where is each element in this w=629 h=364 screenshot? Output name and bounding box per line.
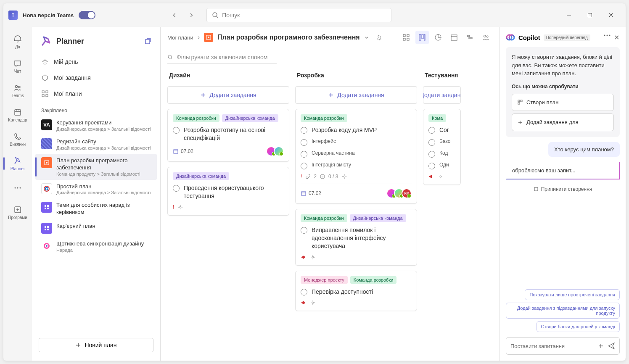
task-card[interactable]: Команда розробки Розробка коду для MVP І… <box>295 109 417 204</box>
view-chart-icon[interactable] <box>431 31 445 44</box>
search-input[interactable] <box>206 8 391 22</box>
svg-rect-24 <box>47 226 49 228</box>
rail-calls[interactable]: Виклики <box>6 128 29 150</box>
rail-chat[interactable]: Чат <box>6 55 29 77</box>
plan-icon <box>41 183 52 194</box>
chevron-down-icon[interactable] <box>364 35 369 40</box>
view-board-icon[interactable] <box>415 31 429 44</box>
plan-item[interactable]: Редизайн сайтуДизайнерська команда > Заг… <box>35 135 157 154</box>
nav-my-plans[interactable]: Мої плани <box>35 86 157 102</box>
column-header[interactable]: Розробка <box>295 69 417 81</box>
svg-rect-21 <box>45 208 46 209</box>
plan-item-active[interactable]: План розробки програмного забезпеченняКо… <box>35 154 157 180</box>
svg-rect-22 <box>47 208 49 209</box>
rail-planner[interactable]: Planner <box>6 152 29 175</box>
tag: Менеджер проєкту <box>301 276 348 284</box>
task-card[interactable]: Команда розробкиДизайнерська команда Вип… <box>295 209 417 266</box>
rail-teams[interactable]: Teams <box>6 79 29 102</box>
plan-item[interactable]: Простий планДизайнерська команда > Загал… <box>35 180 157 199</box>
popout-icon[interactable] <box>144 37 152 45</box>
megaphone-icon <box>301 254 307 260</box>
subtask-radio[interactable] <box>428 163 435 169</box>
task-radio[interactable] <box>301 289 307 295</box>
svg-point-31 <box>208 37 209 38</box>
stop-generation-button[interactable]: Припинити створення <box>506 185 620 194</box>
more-icon[interactable] <box>604 34 610 36</box>
titlebar: T Нова версія Teams <box>3 3 626 27</box>
copilot-panel: Copilot Попередній перегляд Я можу створ… <box>500 27 626 361</box>
window-minimize-button[interactable] <box>559 8 579 22</box>
copilot-action-create-plan[interactable]: Створи план <box>512 94 614 111</box>
copilot-suggestion[interactable]: Створи блоки для ролей у команді <box>536 321 620 332</box>
subtask-radio[interactable] <box>301 139 307 146</box>
svg-point-49 <box>344 176 345 177</box>
add-task-button[interactable]: Додати завдання <box>295 86 417 104</box>
plan-item[interactable]: VAКерування проектамиДизайнерська команд… <box>35 116 157 135</box>
column-header[interactable]: Тестування <box>423 69 461 81</box>
breadcrumb-root[interactable]: Мої плани <box>167 34 193 41</box>
new-plan-button[interactable]: Новий план <box>39 338 153 352</box>
nav-forward-button[interactable] <box>185 8 198 22</box>
tag: Дизайнерська команда <box>350 214 406 222</box>
view-grid-icon[interactable] <box>399 31 413 44</box>
subtask-radio[interactable] <box>428 151 435 158</box>
sidebar: Planner Мій день Мої завдання Мої плани … <box>32 27 161 361</box>
pin-icon[interactable] <box>376 34 383 41</box>
svg-point-53 <box>440 176 441 177</box>
search-icon <box>212 12 219 18</box>
rail-apps[interactable]: Програми <box>6 201 29 224</box>
new-teams-toggle[interactable] <box>79 11 95 19</box>
tag: Команда розробки <box>173 114 219 122</box>
subtask-radio[interactable] <box>301 163 307 169</box>
subtask-radio[interactable] <box>428 139 435 146</box>
task-radio[interactable] <box>173 127 180 134</box>
plan-item[interactable]: Теми для особистих нарад із керівником <box>35 198 157 219</box>
task-radio[interactable] <box>301 127 307 134</box>
svg-point-45 <box>168 55 172 58</box>
plan-item[interactable]: Кар'єрний план <box>35 219 157 237</box>
add-task-button[interactable]: Додати завдання <box>423 86 461 104</box>
plan-item[interactable]: Щотижнева синхронізація дизайнуНарада <box>35 237 157 256</box>
view-timeline-icon[interactable] <box>463 31 477 44</box>
svg-rect-1 <box>588 13 592 17</box>
copilot-action-add-task[interactable]: Додай завдання для <box>512 113 614 131</box>
send-icon[interactable] <box>608 342 615 350</box>
task-card[interactable]: Менеджер проєктуКоманда розробки Перевір… <box>295 271 417 311</box>
nav-my-tasks[interactable]: Мої завдання <box>35 70 157 86</box>
svg-point-17 <box>44 186 49 191</box>
svg-rect-46 <box>174 150 178 153</box>
task-card[interactable]: Кома Cor Базо Код Оди <box>423 109 461 185</box>
svg-point-47 <box>180 206 181 208</box>
copilot-suggestion[interactable]: Додай завдання з підзавданнями для запус… <box>506 303 620 319</box>
rail-calendar[interactable]: Календар <box>6 103 29 126</box>
svg-rect-4 <box>15 110 21 115</box>
rail-more[interactable] <box>6 177 29 199</box>
subtask-radio[interactable] <box>301 151 307 158</box>
close-icon[interactable] <box>614 34 620 40</box>
task-radio[interactable] <box>173 185 180 192</box>
checklist-icon <box>320 174 325 179</box>
task-radio[interactable] <box>301 227 307 234</box>
task-card[interactable]: Дизайнерська команда Проведення користув… <box>167 167 289 216</box>
priority-icon: ! <box>173 204 174 210</box>
task-card[interactable]: Команда розробкиДизайнерська команда Роз… <box>167 109 289 162</box>
nav-back-button[interactable] <box>168 8 181 22</box>
add-task-button[interactable]: Додати завдання <box>167 86 289 104</box>
people-icon[interactable] <box>479 31 493 44</box>
nav-my-day[interactable]: Мій день <box>35 54 157 70</box>
column-header[interactable]: Дизайн <box>167 69 289 81</box>
view-schedule-icon[interactable] <box>447 31 461 44</box>
copilot-logo-icon <box>506 33 515 42</box>
rail-activity[interactable]: Дії <box>6 30 29 53</box>
task-radio[interactable] <box>428 127 435 134</box>
megaphone-icon <box>301 300 307 306</box>
svg-rect-61 <box>518 103 520 104</box>
filter-input[interactable]: Фільтрувати за ключовим словом <box>167 51 277 63</box>
window-maximize-button[interactable] <box>580 8 600 22</box>
plus-icon[interactable] <box>597 343 604 349</box>
plan-icon <box>41 202 52 213</box>
app-title: Нова версія Teams <box>23 12 74 18</box>
copilot-suggestion[interactable]: Показувати лише прострочені завдання <box>525 289 620 300</box>
window-close-button[interactable] <box>601 8 621 22</box>
copilot-input[interactable] <box>506 337 620 355</box>
